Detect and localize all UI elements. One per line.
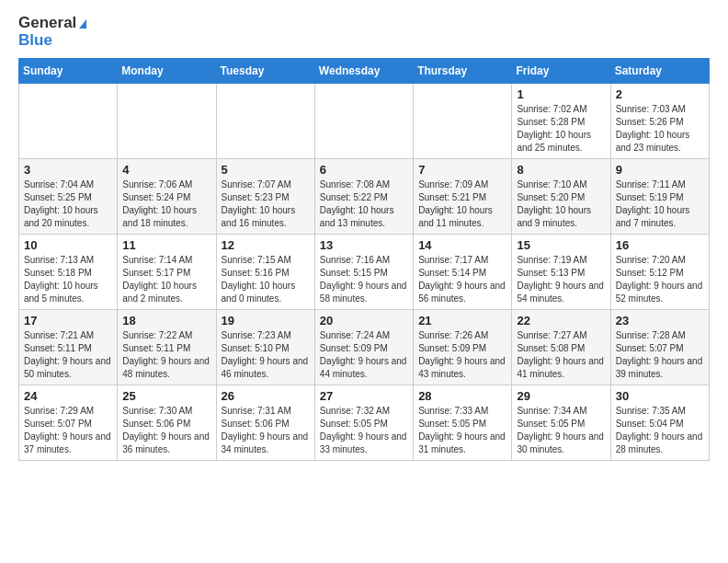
- day-info: Sunrise: 7:27 AM Sunset: 5:08 PM Dayligh…: [517, 329, 605, 381]
- calendar-cell: 24Sunrise: 7:29 AM Sunset: 5:07 PM Dayli…: [19, 385, 118, 461]
- calendar-cell: 9Sunrise: 7:11 AM Sunset: 5:19 PM Daylig…: [610, 159, 709, 235]
- day-number: 3: [24, 163, 112, 177]
- day-info: Sunrise: 7:08 AM Sunset: 5:22 PM Dayligh…: [320, 178, 408, 230]
- day-info: Sunrise: 7:16 AM Sunset: 5:15 PM Dayligh…: [320, 254, 408, 305]
- day-number: 29: [517, 389, 605, 403]
- day-number: 8: [517, 163, 605, 177]
- day-number: 2: [616, 87, 704, 101]
- day-number: 11: [122, 238, 210, 252]
- calendar-cell: 26Sunrise: 7:31 AM Sunset: 5:06 PM Dayli…: [216, 385, 314, 461]
- day-info: Sunrise: 7:32 AM Sunset: 5:05 PM Dayligh…: [320, 405, 408, 456]
- calendar-cell: [314, 84, 413, 159]
- calendar-cell: 21Sunrise: 7:26 AM Sunset: 5:09 PM Dayli…: [414, 310, 512, 385]
- day-info: Sunrise: 7:23 AM Sunset: 5:10 PM Dayligh…: [222, 329, 310, 381]
- weekday-header: Tuesday: [216, 59, 314, 84]
- calendar-cell: 30Sunrise: 7:35 AM Sunset: 5:04 PM Dayli…: [610, 385, 709, 461]
- weekday-header: Friday: [512, 59, 610, 84]
- day-number: 28: [418, 389, 506, 403]
- calendar-cell: 2Sunrise: 7:03 AM Sunset: 5:26 PM Daylig…: [610, 84, 709, 159]
- day-number: 19: [222, 314, 310, 327]
- day-number: 17: [24, 314, 112, 327]
- day-info: Sunrise: 7:11 AM Sunset: 5:19 PM Dayligh…: [616, 178, 704, 230]
- logo-general: General: [18, 15, 86, 32]
- calendar-cell: [19, 84, 118, 159]
- day-number: 26: [222, 389, 310, 403]
- calendar-cell: 10Sunrise: 7:13 AM Sunset: 5:18 PM Dayli…: [19, 235, 118, 310]
- day-number: 12: [222, 238, 310, 252]
- day-info: Sunrise: 7:20 AM Sunset: 5:12 PM Dayligh…: [616, 254, 704, 305]
- day-number: 20: [320, 314, 408, 327]
- calendar-cell: 27Sunrise: 7:32 AM Sunset: 5:05 PM Dayli…: [314, 385, 413, 461]
- calendar: SundayMondayTuesdayWednesdayThursdayFrid…: [18, 58, 710, 461]
- day-number: 13: [320, 238, 408, 252]
- calendar-cell: 22Sunrise: 7:27 AM Sunset: 5:08 PM Dayli…: [512, 310, 610, 385]
- day-info: Sunrise: 7:35 AM Sunset: 5:04 PM Dayligh…: [616, 405, 704, 456]
- calendar-cell: 13Sunrise: 7:16 AM Sunset: 5:15 PM Dayli…: [314, 235, 413, 310]
- day-info: Sunrise: 7:28 AM Sunset: 5:07 PM Dayligh…: [616, 329, 704, 381]
- calendar-cell: 5Sunrise: 7:07 AM Sunset: 5:23 PM Daylig…: [216, 159, 314, 235]
- day-info: Sunrise: 7:03 AM Sunset: 5:26 PM Dayligh…: [616, 103, 704, 155]
- calendar-cell: 17Sunrise: 7:21 AM Sunset: 5:11 PM Dayli…: [19, 310, 118, 385]
- weekday-header: Saturday: [610, 59, 709, 84]
- day-number: 6: [320, 163, 408, 177]
- day-info: Sunrise: 7:15 AM Sunset: 5:16 PM Dayligh…: [222, 254, 310, 305]
- calendar-cell: 4Sunrise: 7:06 AM Sunset: 5:24 PM Daylig…: [118, 159, 216, 235]
- day-number: 9: [616, 163, 704, 177]
- calendar-week-row: 17Sunrise: 7:21 AM Sunset: 5:11 PM Dayli…: [19, 310, 710, 385]
- calendar-cell: 6Sunrise: 7:08 AM Sunset: 5:22 PM Daylig…: [314, 159, 413, 235]
- day-number: 21: [418, 314, 506, 327]
- day-info: Sunrise: 7:29 AM Sunset: 5:07 PM Dayligh…: [24, 405, 112, 456]
- day-info: Sunrise: 7:04 AM Sunset: 5:25 PM Dayligh…: [24, 178, 112, 230]
- day-number: 23: [616, 314, 704, 327]
- day-info: Sunrise: 7:09 AM Sunset: 5:21 PM Dayligh…: [418, 178, 506, 230]
- calendar-cell: 16Sunrise: 7:20 AM Sunset: 5:12 PM Dayli…: [610, 235, 709, 310]
- calendar-cell: 7Sunrise: 7:09 AM Sunset: 5:21 PM Daylig…: [414, 159, 512, 235]
- day-info: Sunrise: 7:24 AM Sunset: 5:09 PM Dayligh…: [320, 329, 408, 381]
- calendar-header-row: SundayMondayTuesdayWednesdayThursdayFrid…: [19, 59, 710, 84]
- calendar-cell: [118, 84, 216, 159]
- weekday-header: Monday: [118, 59, 216, 84]
- day-info: Sunrise: 7:17 AM Sunset: 5:14 PM Dayligh…: [418, 254, 506, 305]
- day-number: 27: [320, 389, 408, 403]
- day-number: 15: [517, 238, 605, 252]
- day-info: Sunrise: 7:34 AM Sunset: 5:05 PM Dayligh…: [517, 405, 605, 456]
- calendar-cell: 20Sunrise: 7:24 AM Sunset: 5:09 PM Dayli…: [314, 310, 413, 385]
- day-info: Sunrise: 7:21 AM Sunset: 5:11 PM Dayligh…: [24, 329, 112, 381]
- day-info: Sunrise: 7:07 AM Sunset: 5:23 PM Dayligh…: [222, 178, 310, 230]
- day-info: Sunrise: 7:14 AM Sunset: 5:17 PM Dayligh…: [122, 254, 210, 305]
- logo-text: General Blue: [18, 15, 86, 49]
- logo-triangle-icon: [79, 19, 86, 29]
- page: General Blue SundayMondayTuesdayWednesda…: [0, 0, 728, 476]
- day-number: 10: [24, 238, 112, 252]
- calendar-cell: 1Sunrise: 7:02 AM Sunset: 5:28 PM Daylig…: [512, 84, 610, 159]
- day-info: Sunrise: 7:33 AM Sunset: 5:05 PM Dayligh…: [418, 405, 506, 456]
- calendar-cell: 19Sunrise: 7:23 AM Sunset: 5:10 PM Dayli…: [216, 310, 314, 385]
- day-info: Sunrise: 7:31 AM Sunset: 5:06 PM Dayligh…: [222, 405, 310, 456]
- calendar-cell: 12Sunrise: 7:15 AM Sunset: 5:16 PM Dayli…: [216, 235, 314, 310]
- day-number: 4: [122, 163, 210, 177]
- day-number: 30: [616, 389, 704, 403]
- calendar-week-row: 1Sunrise: 7:02 AM Sunset: 5:28 PM Daylig…: [19, 84, 710, 159]
- calendar-week-row: 24Sunrise: 7:29 AM Sunset: 5:07 PM Dayli…: [19, 385, 710, 461]
- calendar-cell: 3Sunrise: 7:04 AM Sunset: 5:25 PM Daylig…: [19, 159, 118, 235]
- day-info: Sunrise: 7:30 AM Sunset: 5:06 PM Dayligh…: [122, 405, 210, 456]
- calendar-cell: 29Sunrise: 7:34 AM Sunset: 5:05 PM Dayli…: [512, 385, 610, 461]
- day-number: 7: [418, 163, 506, 177]
- day-number: 24: [24, 389, 112, 403]
- header: General Blue: [18, 15, 710, 49]
- logo: General Blue: [18, 15, 86, 49]
- day-info: Sunrise: 7:26 AM Sunset: 5:09 PM Dayligh…: [418, 329, 506, 381]
- weekday-header: Wednesday: [314, 59, 413, 84]
- logo-blue: Blue: [18, 32, 86, 50]
- day-number: 16: [616, 238, 704, 252]
- calendar-cell: 25Sunrise: 7:30 AM Sunset: 5:06 PM Dayli…: [118, 385, 216, 461]
- day-number: 22: [517, 314, 605, 327]
- day-number: 25: [122, 389, 210, 403]
- calendar-cell: [414, 84, 512, 159]
- weekday-header: Sunday: [19, 59, 118, 84]
- day-info: Sunrise: 7:13 AM Sunset: 5:18 PM Dayligh…: [24, 254, 112, 305]
- day-info: Sunrise: 7:02 AM Sunset: 5:28 PM Dayligh…: [517, 103, 605, 155]
- day-number: 5: [222, 163, 310, 177]
- day-info: Sunrise: 7:06 AM Sunset: 5:24 PM Dayligh…: [122, 178, 210, 230]
- calendar-cell: 8Sunrise: 7:10 AM Sunset: 5:20 PM Daylig…: [512, 159, 610, 235]
